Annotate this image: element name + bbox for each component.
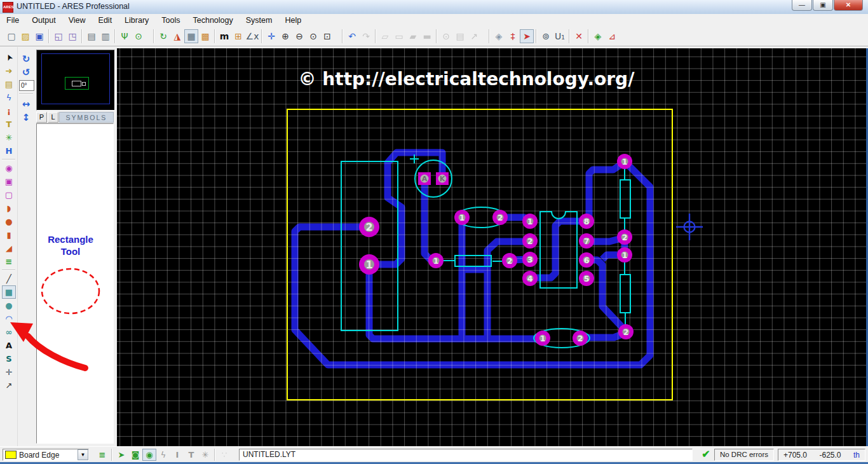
pad-2[interactable]: 2 bbox=[522, 233, 538, 249]
component-tool-icon[interactable]: ➔ bbox=[2, 64, 16, 78]
pad-1[interactable]: 1 bbox=[454, 210, 470, 225]
pad-K[interactable]: K bbox=[436, 172, 449, 185]
line-tool-icon[interactable]: ╱ bbox=[2, 272, 16, 285]
auto-trace-selection-icon[interactable]: ➤ bbox=[520, 29, 534, 43]
layer-display-icon[interactable]: ▩ bbox=[198, 29, 212, 43]
via-tool-icon[interactable]: ¡ bbox=[2, 104, 16, 118]
zone-filter-icon[interactable]: I bbox=[170, 449, 184, 461]
menu-technology[interactable]: Technology bbox=[187, 14, 240, 27]
pick-parts-icon[interactable]: ⊙ bbox=[439, 29, 453, 43]
menu-output[interactable]: Output bbox=[25, 14, 62, 27]
new-file-icon[interactable]: ▢ bbox=[4, 29, 18, 43]
goto-component-icon[interactable]: U₁ bbox=[553, 29, 567, 43]
x-cursor-toggle-icon[interactable]: ∠x bbox=[245, 29, 259, 43]
origin-toggle-icon[interactable]: ⊞ bbox=[231, 29, 245, 43]
pad-1[interactable]: 1 bbox=[522, 214, 538, 229]
decompose-icon[interactable]: ↗ bbox=[467, 29, 481, 43]
pad-A[interactable]: A bbox=[418, 172, 431, 185]
rotation-angle-field[interactable]: 0° bbox=[19, 80, 34, 91]
pad-2[interactable]: 2 bbox=[492, 210, 508, 225]
pad-6[interactable]: 6 bbox=[579, 252, 594, 268]
rotate-cw-icon[interactable]: ↻ bbox=[19, 52, 33, 65]
ratsnest-filter-icon[interactable]: ✳ bbox=[198, 449, 212, 461]
via-filter-icon[interactable]: ◉ bbox=[142, 449, 156, 461]
pcb-editor-canvas[interactable]: 21121212348765121212AK © http://electric… bbox=[117, 48, 866, 446]
auto-router-icon[interactable]: ✕ bbox=[572, 29, 586, 43]
symbol-tool-icon[interactable]: S bbox=[2, 352, 16, 365]
pad-5[interactable]: 5 bbox=[579, 271, 594, 286]
pad-7[interactable]: 7 bbox=[579, 233, 594, 249]
round-pad-tool-icon[interactable]: ◉ bbox=[2, 161, 16, 175]
square-pad-tool-icon[interactable]: ▣ bbox=[2, 175, 16, 188]
component-filter-icon[interactable]: ➤ bbox=[114, 449, 128, 461]
netlist-transfer-icon[interactable]: Ψ bbox=[118, 29, 132, 43]
import-layout-icon[interactable]: ◱ bbox=[51, 29, 65, 43]
zoom-out-icon[interactable]: ⊖ bbox=[292, 29, 306, 43]
edge-pad-tool-icon[interactable]: ◗ bbox=[2, 201, 16, 215]
flip-view-icon[interactable]: ◮ bbox=[170, 29, 184, 43]
pre-production-check-icon[interactable]: ⊿ bbox=[605, 29, 619, 43]
menu-system[interactable]: System bbox=[240, 14, 279, 27]
pad-8[interactable]: 8 bbox=[579, 214, 594, 229]
minimize-button[interactable]: — bbox=[792, 0, 812, 11]
trace-filter-icon[interactable]: ϟ bbox=[156, 449, 170, 461]
zoom-all-icon[interactable]: ⊙ bbox=[306, 29, 320, 43]
pan-icon[interactable]: ✛ bbox=[264, 29, 278, 43]
pad-2[interactable]: 2 bbox=[617, 229, 632, 245]
pad-2[interactable]: 2 bbox=[359, 217, 379, 237]
menu-tools[interactable]: Tools bbox=[155, 14, 186, 27]
dil-pad-tool-icon[interactable]: ▢ bbox=[2, 188, 16, 201]
circle-smt-pad-tool-icon[interactable]: ● bbox=[2, 215, 16, 228]
text-filter-icon[interactable]: T bbox=[184, 449, 198, 461]
block-move-icon[interactable]: ▭ bbox=[392, 29, 406, 43]
block-delete-icon[interactable]: ▬ bbox=[420, 29, 434, 43]
dimension-tool-icon[interactable]: ↗ bbox=[2, 379, 16, 392]
make-package-icon[interactable]: ▤ bbox=[453, 29, 467, 43]
menu-edit[interactable]: Edit bbox=[92, 14, 119, 27]
path-tool-icon[interactable]: ∞ bbox=[2, 325, 16, 339]
zoom-in-icon[interactable]: ⊕ bbox=[278, 29, 292, 43]
auto-track-necking-icon[interactable]: ‡ bbox=[506, 29, 520, 43]
connectivity-tool-icon[interactable]: H bbox=[2, 144, 16, 158]
rect-smt-pad-tool-icon[interactable]: ▮ bbox=[2, 228, 16, 242]
poly-smt-pad-tool-icon[interactable]: ◢ bbox=[2, 242, 16, 255]
zone-tool-icon[interactable]: T bbox=[2, 118, 16, 131]
pad-filter-icon[interactable]: ◙ bbox=[128, 449, 142, 461]
cross-probe-icon[interactable]: ⊙ bbox=[132, 29, 146, 43]
save-file-icon[interactable]: ▣ bbox=[32, 29, 46, 43]
restore-button[interactable]: ▣ bbox=[813, 0, 833, 11]
arc-tool-icon[interactable]: ◠ bbox=[2, 312, 16, 325]
pad-1[interactable]: 1 bbox=[535, 331, 550, 346]
layer-selector-dropdown[interactable]: Board Edge ▼ bbox=[3, 449, 89, 461]
redraw-icon[interactable]: ↻ bbox=[156, 29, 170, 43]
block-copy-icon[interactable]: ▱ bbox=[378, 29, 392, 43]
menu-help[interactable]: Help bbox=[278, 14, 308, 27]
flip-vertical-icon[interactable]: ↕ bbox=[19, 111, 33, 124]
menu-library[interactable]: Library bbox=[118, 14, 155, 27]
pad-4[interactable]: 4 bbox=[522, 271, 538, 286]
open-file-icon[interactable]: ▨ bbox=[18, 29, 32, 43]
export-layout-icon[interactable]: ◳ bbox=[65, 29, 79, 43]
overview-map[interactable] bbox=[36, 50, 115, 111]
grid-toggle-icon[interactable]: ▦ bbox=[184, 29, 198, 43]
library-button[interactable]: L bbox=[48, 112, 58, 123]
pick-button[interactable]: P bbox=[36, 112, 47, 123]
print-icon[interactable]: ▤ bbox=[85, 29, 98, 43]
selection-tool-icon[interactable]: ➤ bbox=[2, 51, 16, 64]
layer-stack-icon[interactable]: ≡ bbox=[95, 449, 109, 461]
undo-icon[interactable]: ↶ bbox=[345, 29, 359, 43]
ratsnest-tool-icon[interactable]: ✳ bbox=[2, 131, 16, 144]
pad-1[interactable]: 1 bbox=[617, 154, 632, 169]
rectangle-tool-icon[interactable]: ■ bbox=[2, 285, 16, 299]
auto-placer-icon[interactable]: ◈ bbox=[591, 29, 605, 43]
route-mode-icon[interactable]: ∵ bbox=[217, 449, 231, 461]
marker-tool-icon[interactable]: ✛ bbox=[2, 365, 16, 379]
pad-1[interactable]: 1 bbox=[428, 253, 444, 268]
metric-toggle-icon[interactable]: m bbox=[217, 29, 231, 43]
pad-2[interactable]: 2 bbox=[618, 324, 634, 339]
pad-3[interactable]: 3 bbox=[522, 252, 538, 267]
close-button[interactable]: ✕ bbox=[834, 0, 863, 11]
pad-2[interactable]: 2 bbox=[573, 331, 588, 346]
pad-2[interactable]: 2 bbox=[502, 253, 517, 268]
block-rotate-icon[interactable]: ▰ bbox=[406, 29, 420, 43]
